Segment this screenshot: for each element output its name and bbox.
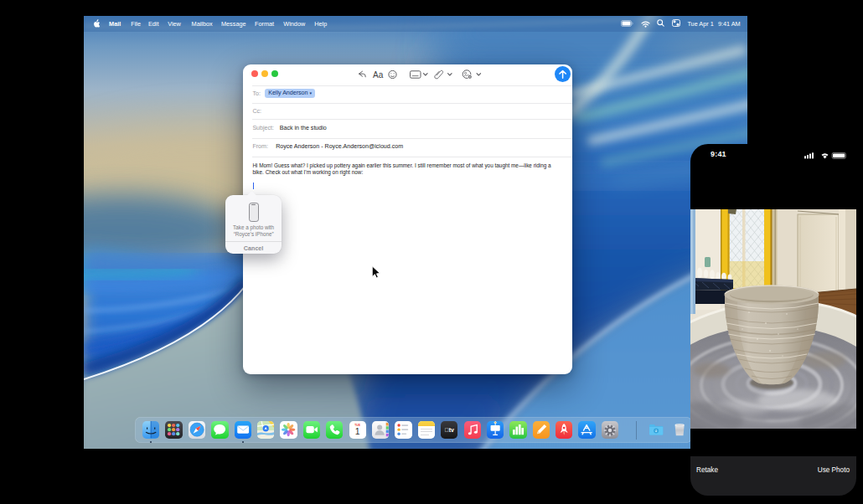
svg-text:Aa: Aa <box>373 70 384 80</box>
